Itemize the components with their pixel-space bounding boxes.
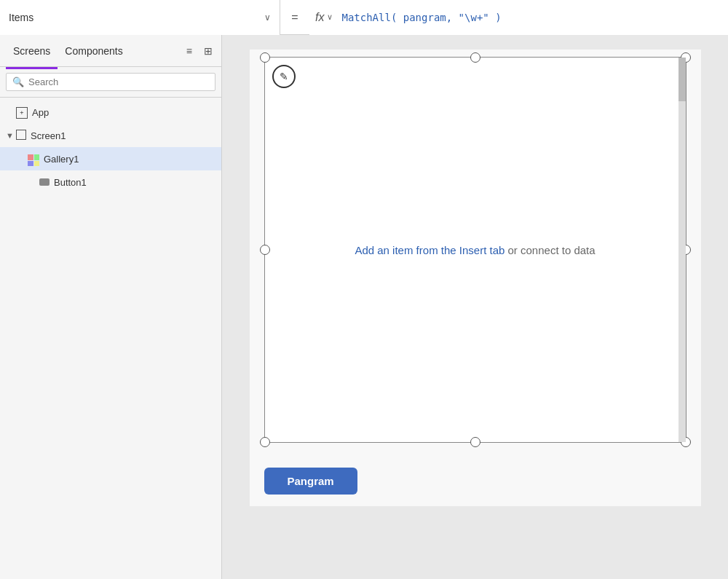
- list-view-icon[interactable]: ≡: [183, 44, 195, 58]
- property-dropdown[interactable]: Items ∨: [0, 0, 280, 35]
- tab-screens[interactable]: Screens: [6, 39, 58, 63]
- property-label: Items: [9, 12, 264, 23]
- edit-button[interactable]: ✎: [272, 65, 296, 88]
- tree-label-button1: Button1: [54, 177, 87, 188]
- canvas-content: ✎ Add an item from the Insert tab or con…: [250, 50, 701, 506]
- gallery-scrollbar[interactable]: [678, 58, 686, 442]
- button-area: Pangram: [250, 450, 701, 506]
- tree-item-app[interactable]: + App: [0, 101, 221, 124]
- gallery-widget[interactable]: ✎ Add an item from the Insert tab or con…: [264, 57, 687, 443]
- canvas-area: ✎ Add an item from the Insert tab or con…: [222, 35, 728, 579]
- fx-icon: fx: [315, 11, 324, 24]
- tabs-row: Screens Components ≡ ⊞: [0, 35, 221, 67]
- grid-view-icon[interactable]: ⊞: [201, 44, 215, 58]
- tree-label-screen1: Screen1: [31, 130, 66, 141]
- search-icon: 🔍: [12, 76, 24, 87]
- gallery-scrollbar-thumb[interactable]: [678, 58, 686, 101]
- gallery-empty-blue: Add an item from the Insert tab: [355, 244, 505, 256]
- handle-mid-left[interactable]: [260, 245, 270, 255]
- app-icon: +: [16, 106, 28, 119]
- tree-item-button1[interactable]: Button1: [0, 170, 221, 194]
- gallery-empty-text: Add an item from the Insert tab or conne…: [355, 244, 595, 256]
- gallery-icon: [28, 151, 39, 167]
- handle-bottom-left[interactable]: [260, 437, 270, 447]
- left-panel: Screens Components ≡ ⊞ 🔍 +: [0, 35, 222, 579]
- button-icon: [39, 177, 50, 188]
- pangram-button[interactable]: Pangram: [264, 468, 357, 495]
- gallery1-arrow-icon: [17, 154, 28, 163]
- screen-icon: [16, 130, 26, 142]
- handle-bottom-center[interactable]: [470, 437, 480, 447]
- tree-item-screen1[interactable]: ▼ Screen1: [0, 124, 221, 147]
- button1-arrow-icon: [29, 178, 39, 186]
- search-box[interactable]: 🔍: [6, 73, 215, 91]
- placeholder-arrow: [6, 108, 16, 117]
- pencil-icon: ✎: [280, 71, 288, 82]
- tab-icons: ≡ ⊞: [183, 44, 215, 58]
- handle-top-center[interactable]: [470, 52, 480, 63]
- gallery-empty-gray: or connect to data: [505, 244, 595, 256]
- tree-container: + App ▼ Screen1 Gallery1: [0, 98, 221, 579]
- tab-components[interactable]: Components: [58, 39, 130, 63]
- formula-bar[interactable]: fx ∨ MatchAll( pangram, "\w+" ): [309, 0, 728, 35]
- screen1-arrow-icon: ▼: [6, 131, 16, 140]
- fx-chevron-icon: ∨: [327, 12, 333, 22]
- top-bar: Items ∨ = fx ∨ MatchAll( pangram, "\w+" …: [0, 0, 728, 35]
- search-container: 🔍: [0, 67, 221, 98]
- tree-label-gallery1: Gallery1: [44, 154, 79, 165]
- tree-label-app: App: [32, 107, 49, 118]
- formula-text[interactable]: MatchAll( pangram, "\w+" ): [341, 12, 501, 23]
- handle-top-left[interactable]: [260, 52, 270, 63]
- equals-sign: =: [280, 11, 309, 24]
- chevron-down-icon: ∨: [264, 12, 271, 23]
- search-input[interactable]: [28, 76, 209, 87]
- tree-item-gallery1[interactable]: Gallery1: [0, 147, 221, 170]
- main-layout: Screens Components ≡ ⊞ 🔍 +: [0, 35, 728, 579]
- gallery-selection-box[interactable]: ✎ Add an item from the Insert tab or con…: [264, 57, 687, 443]
